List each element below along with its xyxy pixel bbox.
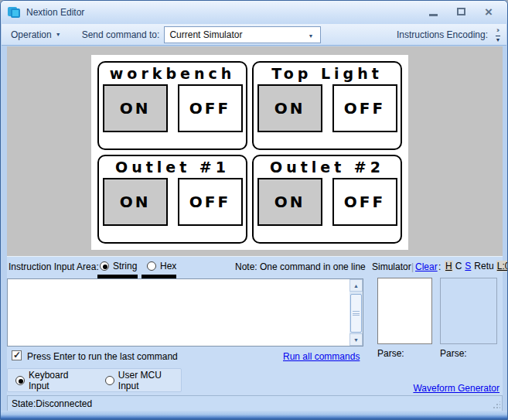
separator: | [411,261,414,272]
workbench-on-button[interactable]: ON [103,84,168,132]
outlet-2-on-button[interactable]: ON [257,178,322,226]
instruction-section: Instruction Input Area: String Hex Note:… [7,256,503,395]
maximize-icon [457,8,465,15]
toolbar-overflow-button[interactable]: ›› ▼ [492,25,504,45]
title-bar: Nextion Editor × [1,1,507,24]
return-format-fragments: H C S Retu L:0 H [445,261,508,271]
radio-icon [105,376,114,385]
top-light-off-button[interactable]: OFF [332,84,397,132]
return-output-box [440,278,497,344]
grip-icon [353,311,360,316]
vertical-scrollbar[interactable]: ▲ ▼ [349,279,363,346]
instruction-input-area-label: Instruction Input Area: [9,261,99,272]
chevron-down-icon: ▼ [496,36,501,43]
scroll-up-button[interactable]: ▲ [349,279,363,292]
minimize-icon [429,14,438,16]
scroll-down-button[interactable]: ▼ [349,333,363,346]
window-bottom-frame [1,411,507,419]
radio-icon [100,261,109,271]
instructions-encoding-label: Instructions Encoding: [397,29,488,40]
hmi-page: workbench ON OFF Top Light ON OFF Outlet… [91,55,408,250]
window-title: Nextion Editor [26,7,84,18]
group-title: workbench [110,65,235,82]
radio-user-mcu-input[interactable]: User MCU Input [105,370,181,391]
press-enter-checkbox[interactable] [12,350,22,360]
group-title: Top Light [271,65,383,82]
press-enter-label: Press Enter to run the last command [27,351,178,362]
arrow-down-icon: ▼ [353,337,359,343]
string-toggle-fragment[interactable]: S [464,261,472,271]
chevron-right-icon: ›› [496,27,498,34]
radio-keyboard-input[interactable]: Keyboard Input [15,370,88,391]
group-title: Outlet #2 [270,159,384,176]
mcu-input-label: User MCU Input [118,370,181,391]
radio-hex[interactable]: Hex [147,261,176,271]
command-input[interactable] [8,279,348,346]
close-button[interactable]: × [480,5,497,19]
hex-toggle-fragment[interactable]: H [445,261,453,271]
toolbar: Operation ▼ Send command to: Current Sim… [2,24,506,46]
minimize-button[interactable] [424,5,442,19]
scrollbar-thumb[interactable] [350,294,362,333]
control-group-outlet-2: Outlet #2 ON OFF [252,155,402,244]
simulator-display: workbench ON OFF Top Light ON OFF Outlet… [7,46,503,256]
radio-string-label: String [113,261,137,271]
outlet-1-on-button[interactable]: ON [103,178,168,226]
command-input-box: ▲ ▼ [7,278,363,347]
clear-link[interactable]: Clear [415,261,438,272]
radio-icon [147,261,156,271]
input-mode-panel: Keyboard Input User MCU Input [7,368,182,392]
status-bar: State:Disconnected [7,395,503,411]
simulator-output-box [377,278,432,344]
operation-menu-label: Operation [11,29,52,40]
keyboard-input-label: Keyboard Input [29,370,88,391]
clipped-fragment: C [455,261,463,271]
chevron-down-icon: ▼ [308,33,313,39]
group-title: Outlet #1 [115,159,230,176]
workbench-off-button[interactable]: OFF [178,84,243,132]
close-icon: × [485,5,493,19]
operation-menu[interactable]: Operation ▼ [11,29,61,40]
control-group-outlet-1: Outlet #1 ON OFF [97,155,247,244]
control-group-workbench: workbench ON OFF [97,61,247,150]
arrow-up-icon: ▲ [353,283,359,289]
top-light-on-button[interactable]: ON [257,84,322,132]
parse-label-left: Parse: [377,348,404,359]
control-group-top-light: Top Light ON OFF [252,61,402,150]
radio-string[interactable]: String [100,261,137,271]
connection-state-label: State:Disconnected [12,398,92,409]
outlet-2-off-button[interactable]: OFF [332,178,397,226]
radio-hex-label: Hex [160,261,176,271]
parse-label-right: Parse: [440,348,467,359]
send-target-select[interactable]: Current Simulator ▼ [164,26,321,43]
send-target-value: Current Simulator [169,29,242,40]
colon-label: : [438,261,441,272]
chevron-down-icon: ▼ [56,32,61,37]
simulator-label: Simulator [372,261,411,272]
nextion-editor-window: Nextion Editor × Operation ▼ Send comman… [0,0,508,420]
nextion-logo-icon [8,7,21,19]
length-fragment[interactable]: L:0 [496,261,508,271]
run-all-commands-link[interactable]: Run all commands [283,351,360,362]
return-label-fragment: Retu [473,261,494,271]
waveform-generator-link[interactable]: Waveform Generator [413,383,499,394]
note-label: Note: One command in one line [235,261,366,272]
radio-icon [15,376,25,385]
outlet-1-off-button[interactable]: OFF [178,178,243,226]
resize-grip-icon[interactable] [493,401,500,409]
send-command-label: Send command to: [82,29,160,40]
maximize-button[interactable] [452,5,469,19]
